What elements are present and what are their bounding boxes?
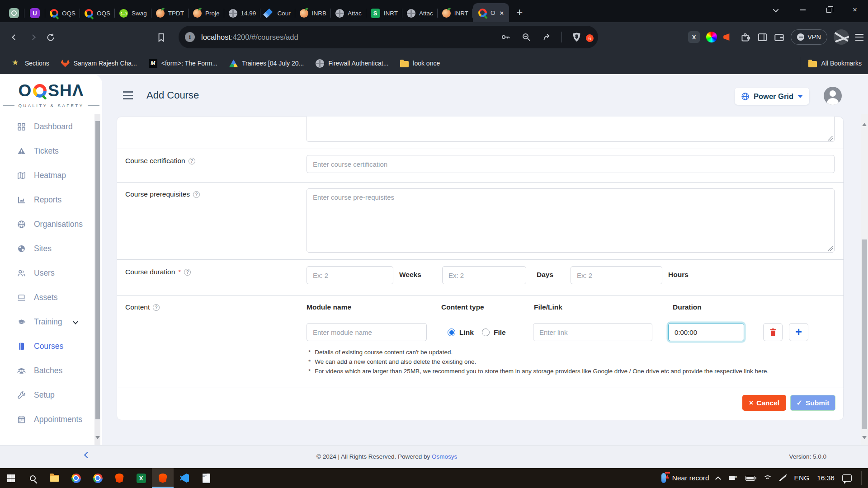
browser-tab[interactable] bbox=[4, 4, 24, 22]
taskbar-app-excel[interactable]: X bbox=[130, 468, 152, 488]
password-key-button[interactable] bbox=[496, 28, 514, 46]
taskbar-app-win[interactable] bbox=[0, 468, 22, 488]
bookmark-item[interactable]: Sections bbox=[12, 59, 49, 68]
tab-search-button[interactable] bbox=[763, 0, 789, 20]
taskbar-app-vscode[interactable] bbox=[174, 468, 195, 488]
color-wheel-extension-icon[interactable] bbox=[706, 32, 717, 42]
brave-shields-button[interactable] bbox=[567, 28, 585, 46]
sidebar-item-setup[interactable]: Setup bbox=[0, 386, 93, 404]
scroll-up-arrow[interactable] bbox=[862, 115, 866, 119]
link-input[interactable] bbox=[533, 323, 652, 341]
weather-widget[interactable]: Near record bbox=[661, 473, 709, 483]
certification-input[interactable] bbox=[307, 155, 835, 173]
show-desktop-divider[interactable] bbox=[861, 471, 862, 485]
zoom-out-button[interactable] bbox=[517, 28, 535, 46]
browser-tab[interactable]: INRT bbox=[366, 4, 402, 22]
sidebar-collapse-button[interactable] bbox=[84, 452, 90, 458]
browser-tab[interactable]: TPDT bbox=[151, 4, 189, 22]
help-icon[interactable]: ? bbox=[153, 304, 160, 311]
bookmark-item[interactable]: look once bbox=[400, 60, 440, 67]
prerequisites-textarea[interactable] bbox=[307, 188, 835, 253]
new-tab-button[interactable]: + bbox=[512, 5, 527, 20]
reload-button[interactable] bbox=[42, 28, 60, 47]
content-type-file-radio[interactable] bbox=[482, 328, 490, 336]
bookmark-item[interactable]: Firewall Authenticat... bbox=[316, 59, 388, 68]
clock[interactable]: 16:36 bbox=[817, 474, 835, 482]
duration-weeks-input[interactable] bbox=[307, 266, 393, 284]
browser-tab[interactable]: OQS bbox=[45, 4, 80, 22]
content-type-link-label[interactable]: Link bbox=[459, 328, 474, 337]
browser-tab[interactable] bbox=[24, 4, 45, 22]
all-bookmarks-button[interactable]: All Bookmarks bbox=[797, 57, 862, 69]
taskbar-app-brave[interactable] bbox=[108, 468, 130, 488]
x-extension-icon[interactable]: X bbox=[688, 31, 700, 43]
minimize-button[interactable] bbox=[789, 0, 816, 20]
browser-tab[interactable]: O × bbox=[473, 3, 509, 22]
language-indicator[interactable]: ENG bbox=[794, 474, 810, 482]
pen-icon[interactable] bbox=[779, 475, 786, 481]
taskbar-app-brave[interactable] bbox=[152, 468, 174, 488]
wallet-icon[interactable] bbox=[774, 32, 784, 42]
scroll-down-arrow[interactable] bbox=[95, 439, 99, 443]
speaker-muted-icon[interactable] bbox=[729, 474, 738, 482]
battery-icon[interactable] bbox=[745, 476, 755, 481]
bookmark-item[interactable]: Trainees [04 July 20... bbox=[229, 60, 304, 67]
notifications-icon[interactable] bbox=[842, 474, 852, 482]
resize-grip[interactable] bbox=[828, 246, 833, 251]
sidebar-item-tickets[interactable]: Tickets bbox=[0, 142, 93, 160]
taskbar-app-notepad[interactable] bbox=[195, 468, 217, 488]
scrollbar-thumb[interactable] bbox=[95, 121, 100, 419]
sidebar-item-training[interactable]: Training bbox=[0, 313, 93, 331]
sidebar-hamburger-button[interactable] bbox=[123, 91, 133, 99]
browser-tab[interactable]: OQS bbox=[80, 4, 115, 22]
sidebar-item-dashboard[interactable]: Dashboard bbox=[0, 117, 93, 136]
sidebar-item-batches[interactable]: Batches bbox=[0, 361, 93, 380]
module-name-input[interactable] bbox=[307, 323, 427, 341]
cancel-button[interactable]: ×Cancel bbox=[742, 395, 786, 411]
osmosys-link[interactable]: Osmosys bbox=[432, 453, 457, 460]
back-button[interactable] bbox=[5, 28, 24, 47]
close-button[interactable]: × bbox=[842, 0, 868, 20]
help-icon[interactable]: ? bbox=[193, 191, 200, 198]
browser-tab[interactable]: Swag bbox=[115, 4, 151, 22]
forward-button[interactable] bbox=[24, 28, 42, 47]
extensions-puzzle-icon[interactable] bbox=[741, 32, 751, 42]
tab-close-icon[interactable]: × bbox=[499, 9, 505, 17]
wifi-icon[interactable] bbox=[763, 475, 771, 481]
browser-tab[interactable]: Attac bbox=[402, 4, 438, 22]
sidebar-item-appointments[interactable]: Appointments bbox=[0, 410, 93, 428]
add-content-button[interactable]: + bbox=[789, 323, 808, 341]
sidebar-scrollbar[interactable] bbox=[94, 114, 100, 445]
browser-tab[interactable]: 14.99 bbox=[224, 4, 261, 22]
sidebar-toggle-icon[interactable] bbox=[757, 32, 768, 42]
help-icon[interactable]: ? bbox=[189, 158, 195, 164]
maximize-button[interactable] bbox=[816, 0, 842, 20]
content-type-file-label[interactable]: File bbox=[494, 328, 506, 337]
taskbar-app-chrome[interactable] bbox=[65, 468, 87, 488]
scrollbar-thumb[interactable] bbox=[862, 239, 867, 429]
taskbar-app-chrome[interactable] bbox=[87, 468, 108, 488]
share-button[interactable] bbox=[538, 28, 556, 46]
help-icon[interactable]: ? bbox=[184, 269, 191, 276]
browser-tab[interactable]: INRT bbox=[438, 4, 473, 22]
megaphone-extension-icon[interactable] bbox=[723, 33, 734, 42]
scroll-down-arrow[interactable] bbox=[862, 439, 866, 443]
taskbar-app-explorer[interactable] bbox=[43, 468, 65, 488]
user-avatar[interactable] bbox=[824, 87, 842, 105]
duration-days-input[interactable] bbox=[442, 266, 526, 284]
sidebar-item-organisations[interactable]: Organisations bbox=[0, 215, 93, 233]
sidebar-item-reports[interactable]: Reports bbox=[0, 191, 93, 209]
bookmark-item[interactable]: <form>: The Form... bbox=[149, 59, 217, 68]
content-type-link-radio[interactable] bbox=[448, 328, 455, 336]
bookmark-item[interactable]: Sanyam Rajesh Cha... bbox=[61, 60, 137, 67]
sidebar-item-assets[interactable]: Assets bbox=[0, 288, 93, 306]
bookmark-this-button[interactable] bbox=[152, 28, 170, 47]
taskbar-app-search[interactable] bbox=[22, 468, 43, 488]
resize-grip[interactable] bbox=[828, 136, 833, 141]
tray-expand-button[interactable] bbox=[715, 476, 721, 482]
vpn-button[interactable]: VPN bbox=[791, 29, 827, 45]
sidebar-item-courses[interactable]: Courses bbox=[0, 337, 93, 355]
content-duration-input[interactable] bbox=[668, 323, 744, 341]
browser-tab[interactable]: Cour bbox=[260, 4, 295, 22]
page-scrollbar[interactable] bbox=[861, 114, 868, 445]
